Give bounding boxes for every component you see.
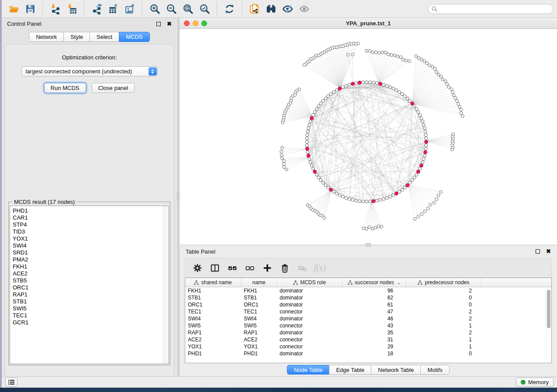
tab-select[interactable]: Select <box>90 32 119 42</box>
window-maximize-button[interactable] <box>201 21 207 26</box>
table-row[interactable]: RAP1RAP1dominator352 <box>185 329 546 336</box>
table-row[interactable]: YOX1YOX1connector291 <box>185 343 546 350</box>
search-box[interactable] <box>428 4 554 14</box>
table-cell: FKH1 <box>241 288 277 294</box>
window-minimize-button[interactable] <box>193 21 198 26</box>
mcds-node-item[interactable]: TID3 <box>13 228 160 235</box>
zoom-fit-button[interactable] <box>180 1 196 16</box>
search-input[interactable] <box>440 6 550 12</box>
close-table-panel-button[interactable]: ✖ <box>546 249 551 254</box>
tab-network[interactable]: Network <box>29 32 63 42</box>
node-table-header: shared namenameMCDS rolesuccessor nodes⌄… <box>185 278 551 287</box>
refresh-button[interactable] <box>221 1 238 16</box>
table-scrollbar[interactable] <box>546 290 550 360</box>
tab-motifs[interactable]: Motifs <box>420 365 450 375</box>
control-panel: Control Panel ✖ Network Style Select MCD… <box>2 18 177 376</box>
tab-style[interactable]: Style <box>63 32 90 42</box>
mcds-node-item[interactable]: YOX1 <box>13 235 160 242</box>
zoom-in-icon <box>149 3 160 14</box>
mcds-node-item[interactable]: SWI5 <box>13 305 160 312</box>
h-splitter-grip[interactable] <box>366 243 371 247</box>
save-button[interactable] <box>22 1 38 16</box>
zoom-in-button[interactable] <box>146 1 163 16</box>
import-network-button[interactable] <box>47 1 63 16</box>
tab-mcds[interactable]: MCDS <box>119 32 149 42</box>
export-network-button[interactable] <box>88 1 105 16</box>
memory-button[interactable]: Memory <box>516 378 554 387</box>
tab-network-table[interactable]: Network Table <box>371 365 420 375</box>
splitter-grip[interactable] <box>177 193 179 200</box>
import-network-icon <box>50 3 61 14</box>
table-row[interactable]: FKH1FKH1dominator962 <box>185 287 546 294</box>
table-cell: SWI5 <box>241 323 277 329</box>
table-row[interactable]: ORC1ORC1dominator610 <box>185 301 546 308</box>
tab-node-table[interactable]: Node Table <box>287 365 329 375</box>
column-header[interactable]: predecessor nodes <box>406 278 481 287</box>
mcds-node-item[interactable]: SWI4 <box>13 242 160 249</box>
toolbar-separator <box>84 2 84 15</box>
table-scrollbar-thumb[interactable] <box>547 290 550 328</box>
mcds-node-item[interactable]: CAR1 <box>13 214 160 221</box>
show-columns-button[interactable] <box>207 260 223 276</box>
task-history-button[interactable] <box>5 378 17 387</box>
mcds-node-item[interactable]: ORC1 <box>13 284 160 291</box>
close-control-panel-button[interactable]: ✖ <box>167 22 172 26</box>
result-list-scrollbar[interactable] <box>163 206 169 364</box>
function-builder-button[interactable]: f(x) <box>312 260 328 276</box>
select-all-button[interactable] <box>225 260 240 276</box>
horizontal-splitter[interactable] <box>179 244 557 246</box>
deselect-all-button[interactable] <box>242 260 258 276</box>
table-row[interactable]: STB1STB1dominator620 <box>185 294 546 301</box>
mcds-node-item[interactable]: STB5 <box>13 277 160 284</box>
run-mcds-button[interactable]: Run MCDS <box>44 83 86 93</box>
mcds-node-item[interactable]: GCR1 <box>13 319 160 326</box>
export-table-button[interactable] <box>105 1 121 16</box>
mcds-node-item[interactable]: RAP1 <box>13 291 160 298</box>
network-window-titlebar[interactable]: YPA_prune.txt_1 <box>180 18 557 29</box>
criterion-select[interactable]: largest connected component (undirected) <box>21 66 158 76</box>
clone-network-icon <box>249 3 260 14</box>
hide-selected-button[interactable] <box>279 1 296 16</box>
delete-table-button[interactable] <box>294 260 310 276</box>
network-canvas[interactable] <box>180 29 557 244</box>
column-header[interactable]: name <box>241 278 277 287</box>
mcds-node-item[interactable]: PHD1 <box>13 207 160 214</box>
clone-network-button[interactable] <box>246 1 263 16</box>
vertical-splitter[interactable] <box>177 18 179 376</box>
zoom-selected-button[interactable] <box>196 1 213 16</box>
toolbar-separator <box>242 2 242 15</box>
optimization-criterion-label: Optimization criterion: <box>62 54 117 61</box>
column-header[interactable]: MCDS role <box>277 278 343 287</box>
table-row[interactable]: SWI4SWI4dominator462 <box>185 315 546 322</box>
import-table-button[interactable] <box>63 1 80 16</box>
table-row[interactable]: PHD1PHD1dominator180 <box>185 350 546 357</box>
open-file-button[interactable] <box>5 1 22 16</box>
float-table-panel-button[interactable] <box>536 248 540 255</box>
table-row[interactable]: ACE2ACE2connector311 <box>185 336 546 343</box>
table-settings-button[interactable] <box>190 260 205 276</box>
mcds-node-item[interactable]: SRD1 <box>13 249 160 256</box>
mcds-node-item[interactable]: ACE2 <box>13 270 160 277</box>
mcds-node-item[interactable]: FKH1 <box>13 263 160 270</box>
zoom-out-button[interactable] <box>163 1 180 16</box>
mcds-node-item[interactable]: PMA2 <box>13 256 160 263</box>
table-row[interactable]: SWI5SWI5connector431 <box>185 322 546 329</box>
column-header[interactable]: shared name <box>185 278 241 287</box>
mcds-node-item[interactable]: STB1 <box>13 298 160 305</box>
float-control-panel-button[interactable] <box>156 20 161 28</box>
create-column-button[interactable] <box>259 260 275 276</box>
mcds-node-item[interactable]: STP4 <box>13 221 160 228</box>
mcds-result-list[interactable]: PHD1CAR1STP4TID3YOX1SWI4SRD1PMA2FKH1ACE2… <box>10 206 163 364</box>
search-network-button[interactable] <box>263 1 279 16</box>
show-all-button[interactable] <box>296 1 312 16</box>
mcds-node-item[interactable]: TEC1 <box>13 312 160 319</box>
window-close-button[interactable] <box>184 21 190 26</box>
table-row[interactable]: TEC1TEC1connector472 <box>185 308 546 315</box>
delete-column-button[interactable] <box>277 260 293 276</box>
table-cell: 1 <box>406 323 481 329</box>
tab-edge-table[interactable]: Edge Table <box>329 365 371 375</box>
node-table[interactable]: shared namenameMCDS rolesuccessor nodes⌄… <box>185 278 552 363</box>
close-panel-button[interactable]: Close panel <box>92 83 135 93</box>
export-image-button[interactable] <box>121 1 138 16</box>
column-header[interactable]: successor nodes⌄ <box>343 278 406 287</box>
